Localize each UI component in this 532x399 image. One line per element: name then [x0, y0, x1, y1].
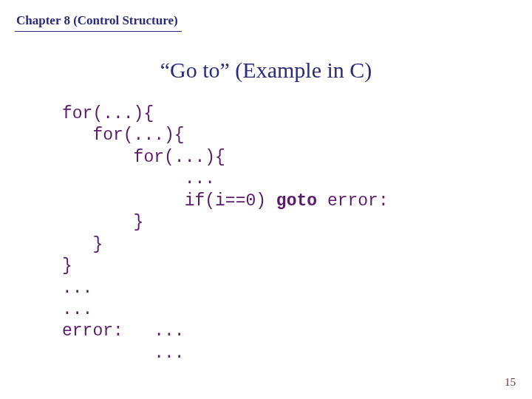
code-line-0: for(...){: [62, 104, 154, 123]
code-line-9: ...: [62, 300, 92, 319]
code-line-4-prefix: if(i==0): [62, 191, 276, 211]
code-line-8: ...: [62, 279, 92, 298]
code-line-7: }: [62, 256, 72, 276]
slide-title: “Go to” (Example in C): [0, 58, 532, 83]
chapter-rule: [15, 31, 182, 32]
code-line-5: }: [62, 213, 143, 232]
code-block: for(...){ for(...){ for(...){ ... if(i==…: [62, 103, 389, 364]
code-line-10: error: ...: [62, 321, 185, 341]
page-number: 15: [505, 376, 516, 389]
code-line-2: for(...){: [62, 148, 225, 167]
slide: Chapter 8 (Control Structure) “Go to” (E…: [0, 0, 532, 399]
code-line-3: ...: [62, 169, 215, 188]
code-line-11: ...: [62, 344, 185, 363]
code-line-6: }: [62, 235, 103, 254]
chapter-header: Chapter 8 (Control Structure): [16, 13, 178, 28]
code-line-1: for(...){: [62, 126, 185, 145]
code-line-4-tail: error:: [317, 191, 389, 211]
goto-keyword: goto: [276, 191, 317, 211]
